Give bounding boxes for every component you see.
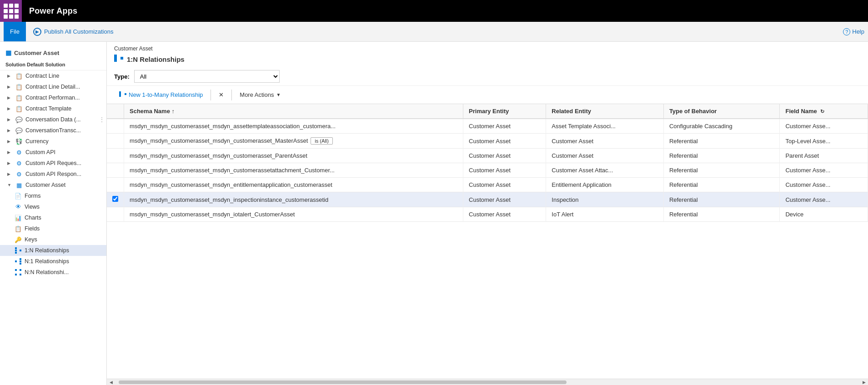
col-field-name[interactable]: Field Name ↻ <box>780 104 868 119</box>
expand-arrow: ▶ <box>7 117 13 122</box>
page-title-area: 1:N Relationships <box>107 54 868 67</box>
cell-schema-name: msdyn_msdyn_customerasset_msdyn_inspecti… <box>124 192 463 207</box>
sidebar-item-conversation-transc[interactable]: ▶ 💬 ConversationTransc... <box>0 125 106 136</box>
sidebar-item-contract-line[interactable]: ▶ 📋 Contract Line <box>0 70 106 81</box>
table-row[interactable]: msdyn_msdyn_customerasset_msdyn_assettem… <box>107 119 868 134</box>
drag-handle: ⋮ <box>99 116 105 123</box>
expand-arrow: ▶ <box>7 161 13 165</box>
cell-related-entity: Customer Asset <box>546 134 664 149</box>
svg-rect-7 <box>15 260 17 262</box>
waffle-button[interactable] <box>0 0 22 22</box>
col-schema-name[interactable]: Schema Name ↑ <box>124 104 463 119</box>
svg-rect-2 <box>15 252 17 254</box>
cell-field-name: Device <box>780 207 868 222</box>
sidebar-item-n1-relationships[interactable]: N:1 Relationships <box>0 256 106 267</box>
relationships-table: Schema Name ↑ Primary Entity Related Ent… <box>107 104 868 222</box>
sidebar-item-currency[interactable]: ▶ 💱 Currency <box>0 136 106 147</box>
sidebar-item-custom-api-reques[interactable]: ▶ ⚙ Custom API Reques... <box>0 158 106 169</box>
currency-icon: 💱 <box>15 138 23 145</box>
cell-schema-name: msdyn_msdyn_customerasset_msdyn_assettem… <box>124 119 463 134</box>
sidebar-label-fields: Fields <box>25 225 103 232</box>
table-row[interactable]: msdyn_msdyn_customerasset_msdyn_inspecti… <box>107 192 868 207</box>
help-button[interactable]: ? Help <box>843 28 864 35</box>
delete-icon: ✕ <box>219 91 224 98</box>
table-row[interactable]: msdyn_msdyn_customerasset_msdyn_customer… <box>107 149 868 163</box>
expand-arrow: ▶ <box>7 128 13 133</box>
col-type-of-behavior[interactable]: Type of Behavior <box>663 104 780 119</box>
sidebar-label-conversation-transc: ConversationTransc... <box>25 127 103 134</box>
col-primary-entity[interactable]: Primary Entity <box>463 104 546 119</box>
custom-api-reques-icon: ⚙ <box>15 160 23 167</box>
publish-icon: ▶ <box>33 28 41 36</box>
col-checkbox <box>107 104 124 119</box>
col-field-name-label: Field Name <box>785 108 817 115</box>
content-area: Customer Asset 1:N Relationships Type: A… <box>107 42 868 385</box>
horizontal-scrollbar[interactable]: ◀ ▶ <box>107 379 868 385</box>
table-container[interactable]: Schema Name ↑ Primary Entity Related Ent… <box>107 104 868 379</box>
sidebar-item-1n-relationships[interactable]: 1:N Relationships <box>0 245 106 256</box>
scroll-left-arrow[interactable]: ◀ <box>108 379 114 385</box>
sidebar-label-conversation-data: Conversation Data (... <box>25 116 103 123</box>
sidebar-item-nn-relationships[interactable]: N:N Relationshi... <box>0 267 106 278</box>
sidebar-item-custom-api-respon[interactable]: ▶ ⚙ Custom API Respon... <box>0 169 106 180</box>
sidebar-item-contract-performance[interactable]: ▶ 📋 Contract Performan... <box>0 92 106 103</box>
sidebar: ▦ Customer Asset Solution Default Soluti… <box>0 42 107 385</box>
sidebar-item-customer-asset[interactable]: ▼ ▦ Customer Asset <box>0 180 106 190</box>
new-relationship-button[interactable]: New 1-to-Many Relationship <box>114 89 208 101</box>
row-checkbox-cell <box>107 149 124 163</box>
col-related-entity[interactable]: Related Entity <box>546 104 664 119</box>
contract-line-detail-icon: 📋 <box>15 83 23 90</box>
1n-rel-icon <box>15 247 22 254</box>
svg-rect-14 <box>114 59 117 62</box>
sidebar-item-custom-api[interactable]: ▶ ⚙ Custom API <box>0 147 106 158</box>
sidebar-item-views[interactable]: 👁 Views <box>0 201 106 212</box>
sidebar-label-charts: Charts <box>25 215 103 221</box>
cell-primary-entity: Customer Asset <box>463 207 546 222</box>
sidebar-item-contract-template[interactable]: ▶ 📋 Contract Template <box>0 103 106 114</box>
sidebar-item-charts[interactable]: 📊 Charts <box>0 212 106 223</box>
cell-related-entity: IoT Alert <box>546 207 664 222</box>
cell-related-entity: Inspection <box>546 192 664 207</box>
table-row[interactable]: msdyn_msdyn_customerasset_msdyn_customer… <box>107 163 868 178</box>
table-row[interactable]: msdyn_msdyn_customerasset_msdyn_customer… <box>107 134 868 149</box>
table-row[interactable]: msdyn_msdyn_customerasset_msdyn_iotalert… <box>107 207 868 222</box>
refresh-icon[interactable]: ↻ <box>820 109 824 114</box>
scroll-right-arrow[interactable]: ▶ <box>861 379 867 385</box>
waffle-grid <box>4 4 19 19</box>
svg-rect-18 <box>119 95 121 97</box>
contract-line-icon: 📋 <box>15 72 23 80</box>
cell-field-name: Top-Level Asse... <box>780 134 868 149</box>
more-actions-button[interactable]: More Actions ▼ <box>235 89 286 101</box>
sidebar-label-keys: Keys <box>25 236 103 243</box>
sidebar-item-contract-line-detail[interactable]: ▶ 📋 Contract Line Detail... <box>0 81 106 92</box>
cell-schema-name: msdyn_msdyn_customerasset_msdyn_customer… <box>124 134 463 149</box>
sidebar-label-custom-api-respon: Custom API Respon... <box>25 171 103 177</box>
table-toolbar: New 1-to-Many Relationship ✕ More Action… <box>107 86 868 104</box>
col-related-entity-label: Related Entity <box>552 108 591 115</box>
breadcrumb-entity: Customer Asset <box>114 45 153 52</box>
svg-rect-19 <box>125 93 126 95</box>
sidebar-item-fields[interactable]: 📋 Fields <box>0 223 106 234</box>
row-checkbox-cell <box>107 119 124 134</box>
contract-performance-icon: 📋 <box>15 94 23 101</box>
publish-button[interactable]: ▶ Publish All Customizations <box>30 26 117 38</box>
row-checkbox-cell <box>107 163 124 178</box>
cell-primary-entity: Customer Asset <box>463 134 546 149</box>
type-filter-select[interactable]: All Custom Standard <box>134 70 280 83</box>
toolbar-separator-2 <box>231 90 232 100</box>
contract-template-icon: 📋 <box>15 105 23 112</box>
file-button[interactable]: File <box>4 22 26 41</box>
sidebar-item-forms[interactable]: 📄 Forms <box>0 190 106 201</box>
new-relationship-icon <box>119 91 126 98</box>
row-checkbox[interactable] <box>112 196 118 202</box>
svg-rect-10 <box>20 269 21 271</box>
delete-button[interactable]: ✕ <box>214 89 229 101</box>
sidebar-item-keys[interactable]: 🔑 Keys <box>0 234 106 245</box>
cell-field-name: Customer Asse... <box>780 178 868 192</box>
cell-primary-entity: Customer Asset <box>463 178 546 192</box>
table-row[interactable]: msdyn_msdyn_customerasset_msdyn_entitlem… <box>107 178 868 192</box>
cell-primary-entity: Customer Asset <box>463 149 546 163</box>
svg-rect-0 <box>15 247 17 249</box>
sidebar-item-conversation-data[interactable]: ▶ 💬 Conversation Data (... ⋮ <box>0 114 106 125</box>
sidebar-label-n1-relationships: N:1 Relationships <box>25 258 103 265</box>
